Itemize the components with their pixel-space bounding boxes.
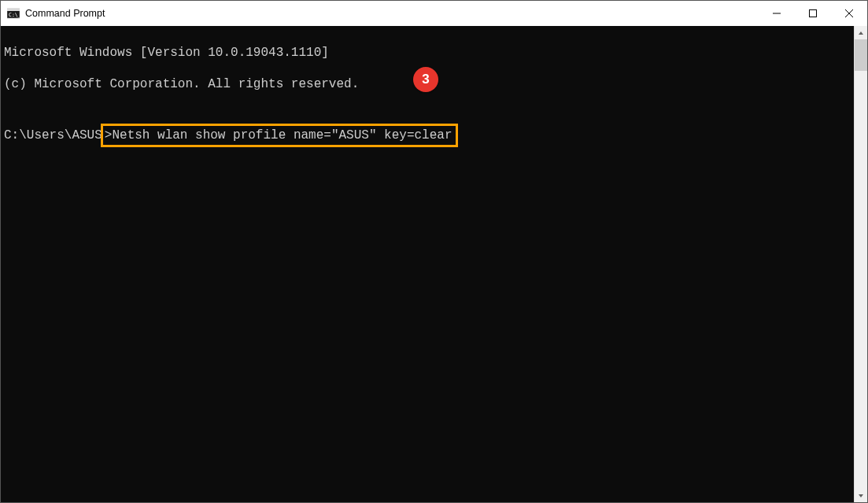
svg-text:C:\_: C:\_ [9,12,20,18]
prompt-line: C:\Users\ASUS>Netsh wlan show profile na… [4,124,851,147]
scroll-track[interactable] [855,39,867,489]
svg-marker-7 [859,31,863,35]
highlighted-command: >Netsh wlan show profile name="ASUS" key… [101,124,458,147]
client-area: Microsoft Windows [Version 10.0.19043.11… [1,26,867,502]
vertical-scrollbar[interactable] [854,26,867,502]
window-title: Command Prompt [25,8,105,19]
terminal-output[interactable]: Microsoft Windows [Version 10.0.19043.11… [1,26,854,502]
output-line: Microsoft Windows [Version 10.0.19043.11… [4,45,851,61]
svg-rect-1 [7,9,20,11]
scroll-down-button[interactable] [855,489,867,502]
prompt-path: C:\Users\ASUS [4,128,102,142]
prompt-symbol: > [105,128,113,142]
svg-rect-4 [810,10,817,17]
cmd-icon: C:\_ [7,7,20,20]
annotation-step-number: 3 [422,72,429,87]
scroll-thumb[interactable] [855,39,867,71]
window-controls [759,1,867,26]
typed-command: Netsh wlan show profile name="ASUS" key=… [112,128,452,142]
annotation-step-badge: 3 [413,67,438,92]
scroll-up-button[interactable] [855,26,867,39]
minimize-button[interactable] [759,1,795,26]
command-prompt-window: C:\_ Command Prompt Microsoft Windows [V… [0,0,868,503]
svg-marker-8 [859,494,863,497]
maximize-button[interactable] [795,1,831,26]
close-button[interactable] [831,1,867,26]
titlebar[interactable]: C:\_ Command Prompt [1,1,867,26]
